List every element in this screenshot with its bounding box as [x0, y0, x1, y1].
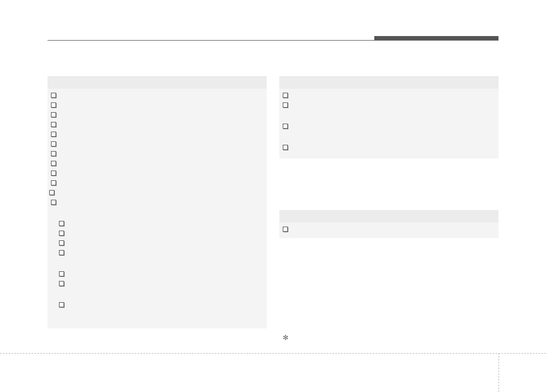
list-item	[51, 120, 263, 130]
list-item	[59, 300, 263, 310]
checkbox-icon	[59, 250, 64, 255]
list-item	[59, 279, 263, 289]
checkbox-icon	[51, 200, 56, 205]
checkbox-icon	[51, 151, 56, 156]
header-rule	[48, 36, 498, 41]
list-item	[283, 122, 495, 132]
list-item	[283, 225, 495, 235]
right-top-panel-header	[279, 76, 498, 89]
checkbox-icon	[59, 281, 64, 286]
list-item	[51, 101, 263, 110]
right-bottom-panel	[279, 210, 498, 238]
list-item	[51, 110, 263, 120]
checkbox-icon	[283, 227, 288, 232]
checkbox-icon	[51, 171, 56, 176]
list-item	[283, 91, 495, 101]
checkbox-icon	[51, 141, 56, 146]
list-item	[49, 188, 263, 198]
right-top-panel	[279, 76, 498, 159]
checkbox-icon	[283, 145, 288, 150]
header-accent-bar	[374, 36, 498, 40]
checkbox-icon	[51, 112, 56, 117]
checkbox-icon	[59, 302, 64, 307]
footnote-mark-icon: ✻	[283, 334, 288, 342]
list-item	[59, 229, 263, 239]
checkbox-icon	[283, 124, 288, 129]
checkbox-icon	[59, 271, 64, 276]
checkbox-icon	[49, 190, 54, 195]
list-item	[51, 149, 263, 159]
list-item	[51, 130, 263, 140]
checkbox-icon	[51, 102, 56, 108]
left-panel-header	[48, 76, 267, 89]
checkbox-icon	[51, 161, 56, 166]
list-item	[283, 101, 495, 110]
list-item	[59, 270, 263, 279]
checkbox-icon	[283, 102, 288, 108]
checkbox-icon	[59, 221, 64, 226]
trim-line-vertical	[498, 353, 499, 392]
list-item	[51, 91, 263, 101]
list-item	[51, 159, 263, 169]
checkbox-icon	[51, 93, 56, 98]
checkbox-icon	[59, 240, 64, 246]
list-item	[51, 169, 263, 179]
checkbox-icon	[283, 93, 288, 98]
list-item	[59, 239, 263, 248]
list-item	[59, 248, 263, 258]
checkbox-icon	[51, 122, 56, 127]
list-item	[283, 143, 495, 153]
checkbox-icon	[59, 231, 64, 236]
trim-line-horizontal	[0, 353, 546, 354]
list-item	[59, 219, 263, 229]
list-item	[51, 198, 263, 208]
checkbox-icon	[51, 180, 56, 185]
list-item	[51, 140, 263, 149]
checkbox-icon	[51, 132, 56, 137]
list-item	[51, 179, 263, 188]
right-bottom-panel-header	[279, 210, 498, 223]
left-panel	[48, 76, 267, 328]
